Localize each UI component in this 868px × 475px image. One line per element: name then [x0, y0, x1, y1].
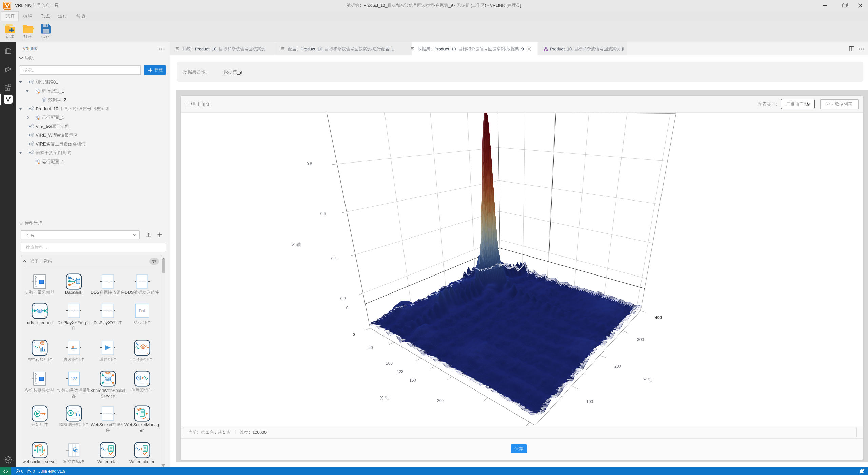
svg-text:123: 123 [70, 377, 77, 381]
svg-text:DDS: DDS [38, 310, 42, 312]
svg-text:Im: Im [35, 285, 37, 287]
svg-text:RADAR_DDS: RADAR_DDS [102, 281, 114, 283]
svg-text:TXT: TXT [144, 450, 146, 452]
svg-text:Re: Re [35, 276, 37, 278]
svg-text:End: End [139, 309, 145, 313]
svg-text:Im: Im [35, 382, 37, 384]
svg-text:G: G [108, 347, 109, 349]
svg-text:Re: Re [35, 373, 37, 375]
svg-text:Websocket: Websocket [103, 413, 113, 415]
svg-text:FLT: FLT [73, 350, 75, 352]
svg-text:S: S [138, 377, 139, 379]
svg-text:DisplayXY: DisplayXY [103, 310, 112, 312]
svg-text:WS: WS [106, 378, 110, 380]
svg-text:TXT: TXT [110, 450, 113, 452]
svg-text:DisplayXYFreq: DisplayXYFreq [67, 310, 80, 312]
svg-text:FFT: FFT [41, 342, 45, 344]
svg-text:DDSSend: DDSSend [138, 281, 146, 283]
